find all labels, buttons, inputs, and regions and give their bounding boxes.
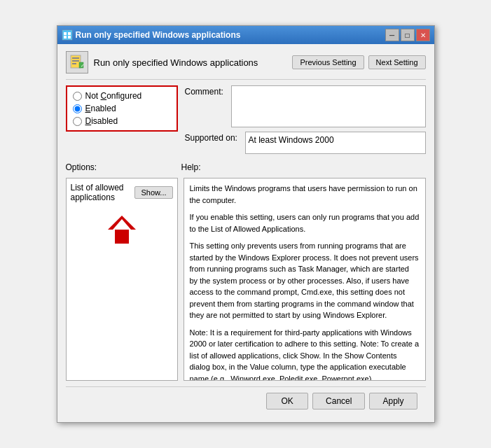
main-window: Run only specified Windows applications …	[57, 25, 435, 423]
radio-not-configured-label: Not Configured	[85, 91, 142, 101]
svg-rect-8	[72, 63, 76, 64]
main-area: List of allowed applications Show...	[66, 178, 426, 381]
svg-rect-6	[72, 57, 79, 59]
options-area: List of allowed applications Show...	[66, 178, 178, 381]
radio-enabled-input[interactable]	[73, 104, 82, 113]
comment-row: Comment:	[185, 85, 426, 127]
options-inner: List of allowed applications Show...	[71, 183, 173, 202]
comment-label: Comment:	[185, 85, 227, 97]
radio-not-configured[interactable]: Not Configured	[73, 91, 171, 101]
radio-disabled[interactable]: Disabled	[73, 116, 171, 126]
help-para-2: If you enable this setting, users can on…	[190, 211, 420, 234]
supported-value: At least Windows 2000	[245, 132, 426, 154]
title-bar: Run only specified Windows applications …	[57, 26, 434, 44]
radio-enabled[interactable]: Enabled	[73, 104, 171, 113]
supported-row: Supported on: At least Windows 2000	[185, 132, 426, 154]
body-section: Not Configured Enabled Disabled Comment:	[66, 85, 426, 154]
svg-rect-3	[64, 36, 67, 38]
title-controls: ─ □ ✕	[385, 29, 430, 41]
list-allowed-label: List of allowed applications	[71, 183, 131, 202]
comment-textarea[interactable]	[231, 85, 426, 127]
right-panel: Comment: Supported on: At least Windows …	[185, 85, 426, 154]
supported-label: Supported on:	[185, 132, 241, 143]
header-row: ✓ Run only specified Windows application…	[66, 51, 426, 80]
svg-rect-2	[68, 32, 71, 35]
window-icon	[62, 29, 73, 41]
help-para-3: This setting only prevents users from ru…	[190, 240, 420, 321]
radio-disabled-input[interactable]	[73, 117, 82, 126]
ok-button[interactable]: OK	[266, 393, 308, 410]
help-para-1: Limits the Windows programs that users h…	[190, 183, 420, 206]
header-buttons: Previous Setting Next Setting	[292, 55, 425, 69]
cancel-button[interactable]: Cancel	[312, 393, 365, 410]
svg-text:✓: ✓	[80, 63, 84, 68]
policy-icon: ✓	[66, 51, 88, 74]
close-button[interactable]: ✕	[416, 29, 430, 41]
radio-enabled-label: Enabled	[85, 104, 116, 113]
help-para-4: Note: It is a requirement for third-part…	[190, 327, 420, 382]
radio-disabled-label: Disabled	[85, 116, 118, 126]
svg-rect-4	[68, 36, 71, 38]
apply-button[interactable]: Apply	[369, 393, 417, 410]
header-title: Run only specified Windows applications	[94, 57, 258, 68]
minimize-button[interactable]: ─	[385, 29, 399, 41]
header-title-row: ✓ Run only specified Windows application…	[66, 51, 258, 74]
prev-setting-button[interactable]: Previous Setting	[292, 55, 364, 69]
window-content: ✓ Run only specified Windows application…	[57, 44, 434, 422]
left-panel: Not Configured Enabled Disabled	[66, 85, 178, 154]
show-button[interactable]: Show...	[134, 186, 172, 199]
title-bar-left: Run only specified Windows applications	[62, 29, 241, 41]
arrow-indicator	[71, 212, 173, 247]
maximize-button[interactable]: □	[401, 29, 415, 41]
section-labels: Options: Help:	[66, 160, 426, 172]
next-setting-button[interactable]: Next Setting	[368, 55, 426, 69]
radio-not-configured-input[interactable]	[73, 92, 82, 101]
supported-box-wrapper: At least Windows 2000	[245, 132, 426, 154]
help-section-label: Help:	[181, 162, 201, 172]
svg-marker-11	[115, 230, 129, 244]
svg-rect-7	[72, 60, 79, 62]
help-area: Limits the Windows programs that users h…	[184, 178, 426, 381]
comment-textarea-wrapper	[231, 85, 426, 127]
title-text: Run only specified Windows applications	[76, 30, 241, 40]
svg-rect-1	[64, 32, 67, 35]
options-section-label: Options:	[66, 162, 181, 172]
radio-group: Not Configured Enabled Disabled	[66, 85, 178, 132]
footer: OK Cancel Apply	[66, 386, 426, 415]
